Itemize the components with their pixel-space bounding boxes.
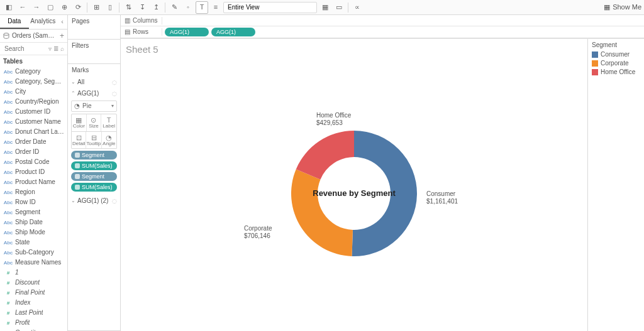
field-type-icon: Abc	[4, 89, 13, 95]
new-datasource-icon[interactable]: ⊕	[58, 1, 70, 14]
back-icon[interactable]: ←	[16, 1, 29, 14]
legend-item[interactable]: Consumer	[592, 50, 640, 59]
field-item[interactable]: AbcCustomer ID	[0, 107, 67, 117]
donut-slice[interactable]	[291, 169, 353, 256]
clear-icon[interactable]: ▯	[104, 1, 116, 14]
field-type-icon: #	[4, 300, 13, 307]
field-item[interactable]: AbcSegment	[0, 207, 67, 217]
mark-label-button[interactable]: TLabel	[101, 114, 116, 131]
save-icon[interactable]: ▢	[44, 1, 57, 14]
mark-pill-segment-2[interactable]: Segment	[71, 172, 117, 181]
marks-layer1-row[interactable]: ⌃ AGG(1) ◌	[71, 88, 117, 99]
menu-icon[interactable]: ◌	[112, 79, 117, 86]
field-item[interactable]: AbcPostal Code	[0, 157, 67, 167]
field-item[interactable]: AbcDonut Chart Label	[0, 127, 67, 137]
mark-pill-sumsales-2[interactable]: SUM(Sales)	[71, 183, 117, 192]
field-item[interactable]: #Quantity	[0, 328, 67, 331]
field-item[interactable]: #Index	[0, 298, 67, 308]
field-item[interactable]: AbcProduct Name	[0, 177, 67, 187]
tab-analytics[interactable]: Analytics	[29, 15, 58, 29]
filter-icon[interactable]: ▿	[48, 45, 52, 53]
field-item[interactable]: #Final Point	[0, 288, 67, 298]
fit-dropdown[interactable]: ▾	[223, 2, 313, 13]
swap-icon[interactable]: ⇅	[122, 1, 135, 14]
color-legend[interactable]: Segment ConsumerCorporateHome Office	[587, 39, 644, 331]
pages-label: Pages	[68, 15, 120, 28]
field-item[interactable]: AbcCategory	[0, 67, 67, 77]
field-item[interactable]: AbcCity	[0, 87, 67, 97]
field-type-icon: Abc	[4, 200, 13, 206]
mark-tooltip-button[interactable]: ⊟Tooltip	[86, 132, 101, 149]
mark-color-button[interactable]: ▦Color	[72, 114, 87, 131]
refresh-icon[interactable]: ⟳	[72, 1, 84, 14]
fit-select[interactable]	[223, 2, 317, 13]
forward-icon[interactable]: →	[30, 1, 43, 14]
columns-icon: ▥	[125, 17, 130, 24]
collapse-pane-icon[interactable]: ‹	[57, 15, 67, 29]
find-icon[interactable]: ⌕	[60, 45, 64, 53]
show-cards-icon[interactable]: ▦	[319, 1, 331, 14]
search-input[interactable]	[3, 45, 47, 53]
field-item[interactable]: AbcProduct ID	[0, 167, 67, 177]
rows-shelf[interactable]: ▤Rows AGG(1)AGG(1)	[121, 26, 644, 38]
columns-shelf[interactable]: ▥Columns	[121, 15, 644, 26]
field-item[interactable]: AbcState	[0, 237, 67, 247]
highlight-icon[interactable]: ✎	[168, 1, 180, 14]
viz-area[interactable]: Revenue by Segment Consumer$1,161,401Cor…	[121, 55, 587, 331]
label-toggle-icon[interactable]: T	[196, 1, 208, 14]
mark-pill-segment[interactable]: Segment	[71, 151, 117, 160]
add-datasource-icon[interactable]: +	[60, 31, 64, 40]
field-item[interactable]: AbcRegion	[0, 187, 67, 197]
sheet-title[interactable]: Sheet 5	[121, 39, 587, 55]
field-label: 1	[15, 269, 19, 276]
mark-detail-button[interactable]: ⊡Detail	[72, 132, 86, 149]
format-icon[interactable]: ≡	[209, 1, 222, 14]
datasource-row[interactable]: Orders (Sample - Super... +	[0, 30, 67, 43]
field-item[interactable]: AbcCustomer Name	[0, 117, 67, 127]
field-item[interactable]: #Discount	[0, 278, 67, 288]
field-item[interactable]: #Profit	[0, 318, 67, 328]
sort-asc-icon[interactable]: ↧	[136, 1, 148, 14]
presentation-icon[interactable]: ▭	[333, 1, 345, 14]
legend-item[interactable]: Corporate	[592, 59, 640, 68]
field-item[interactable]: AbcSub-Category	[0, 247, 67, 258]
mark-size-button[interactable]: ⊙Size	[87, 114, 102, 131]
field-label: Row ID	[15, 198, 36, 206]
donut-slice[interactable]	[296, 131, 354, 180]
field-item[interactable]: #Last Point	[0, 308, 67, 318]
field-item[interactable]: AbcMeasure Names	[0, 258, 67, 268]
group-icon[interactable]: ◦	[182, 1, 194, 14]
field-label: Postal Code	[15, 158, 49, 166]
mark-pill-sumsales[interactable]: SUM(Sales)	[71, 161, 117, 170]
shelf-pill[interactable]: AGG(1)	[165, 28, 209, 36]
mark-angle-button[interactable]: ◔Angle	[102, 132, 116, 149]
legend-item[interactable]: Home Office	[592, 68, 640, 77]
tab-data[interactable]: Data	[0, 15, 29, 29]
marks-all-row[interactable]: ⌄ All ◌	[71, 77, 117, 88]
menu-icon[interactable]: ◌	[112, 90, 117, 97]
mark-type-label: Pie	[82, 102, 91, 110]
field-type-icon: Abc	[4, 240, 13, 246]
shelf-pill[interactable]: AGG(1)	[211, 28, 255, 36]
field-item[interactable]: AbcCategory, Segment, Sub-...	[0, 77, 67, 87]
share-icon[interactable]: ∝	[351, 1, 364, 14]
view-toggle-icon[interactable]: ≣	[53, 45, 58, 53]
show-me-label: Show Me	[613, 3, 641, 11]
field-item[interactable]: #1	[0, 268, 67, 278]
field-item[interactable]: AbcShip Date	[0, 217, 67, 227]
field-label: Category, Segment, Sub-...	[15, 78, 65, 85]
tableau-logo-icon[interactable]: ◧	[3, 1, 15, 14]
mark-type-select[interactable]: ◔ Pie ▾	[71, 100, 117, 112]
sort-desc-icon[interactable]: ↥	[150, 1, 162, 14]
menu-icon[interactable]: ◌	[112, 198, 117, 205]
field-item[interactable]: AbcShip Mode	[0, 227, 67, 237]
filters-shelf[interactable]: Filters	[68, 40, 120, 64]
field-item[interactable]: AbcRow ID	[0, 197, 67, 207]
field-item[interactable]: AbcOrder Date	[0, 137, 67, 147]
field-item[interactable]: AbcOrder ID	[0, 147, 67, 157]
pages-shelf[interactable]: Pages	[68, 15, 120, 40]
new-worksheet-icon[interactable]: ⊞	[90, 1, 103, 14]
show-me-button[interactable]: ▦ Show Me	[604, 3, 641, 11]
marks-layer2-row[interactable]: ⌄ AGG(1) (2) ◌	[71, 195, 117, 207]
field-item[interactable]: AbcCountry/Region	[0, 97, 67, 107]
